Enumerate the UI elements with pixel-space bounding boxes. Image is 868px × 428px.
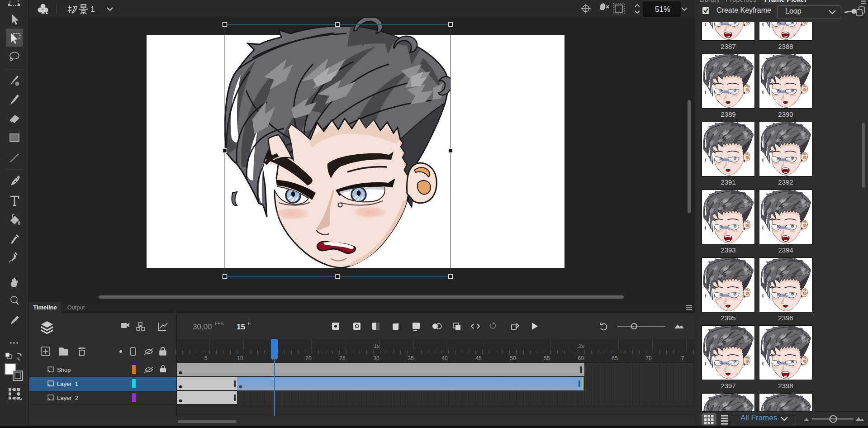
svg-text:25: 25 [339,355,346,361]
svg-text:65: 65 [612,355,618,361]
svg-text:15: 15 [237,323,245,331]
svg-text:1s: 1s [374,343,380,349]
svg-text:F: F [248,321,251,326]
svg-text:51%: 51% [655,5,670,14]
svg-text:Layer_2: Layer_2 [57,395,78,401]
svg-text:2s: 2s [578,343,584,349]
svg-text:30: 30 [373,355,379,361]
svg-text:15: 15 [271,355,277,361]
svg-text:50: 50 [510,355,516,361]
svg-text:20: 20 [305,355,312,361]
svg-text:10: 10 [237,355,243,361]
svg-text:60: 60 [578,355,584,361]
svg-text:40: 40 [441,355,448,361]
svg-text:5: 5 [204,355,208,361]
svg-text:55: 55 [544,355,550,361]
svg-text:1: 1 [90,5,95,14]
svg-text:45: 45 [475,355,482,361]
svg-text:Shop: Shop [57,366,71,373]
svg-text:FPS: FPS [215,321,224,326]
svg-text:7: 7 [681,355,684,361]
svg-text:70: 70 [645,355,652,361]
svg-text:30,00: 30,00 [193,323,212,331]
svg-text:35: 35 [408,355,414,361]
svg-text:A: A [397,322,399,326]
svg-text:Layer_1: Layer_1 [57,380,78,387]
